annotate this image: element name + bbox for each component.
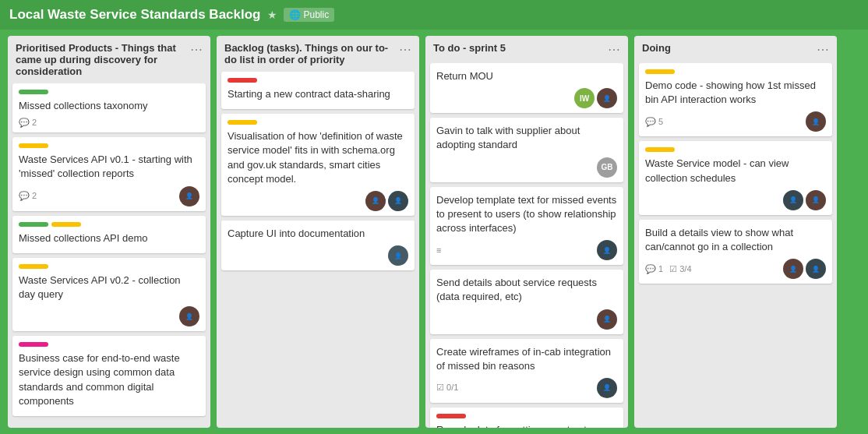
column-menu-icon[interactable]: ⋯ — [608, 42, 620, 57]
card-avatars: GB — [597, 157, 617, 178]
card-send-details[interactable]: Send details about service requests (dat… — [430, 270, 623, 333]
column-menu-icon[interactable]: ⋯ — [399, 42, 411, 57]
card-meta: 💬 2 — [19, 118, 37, 128]
avatar: 👤 — [597, 309, 617, 330]
card-develop-template-text[interactable]: Develop template text for missed events … — [430, 187, 623, 266]
column-cards: Starting a new contract data-sharing Vis… — [217, 72, 419, 428]
visibility-badge[interactable]: 🌐 Public — [284, 8, 335, 22]
card-waste-service-model-schedules[interactable]: Waste Service model - can view collectio… — [639, 141, 832, 214]
star-icon[interactable]: ★ — [267, 9, 277, 21]
card-label-yellow — [19, 143, 48, 148]
comment-count: 💬 1 — [645, 264, 663, 274]
card-avatars: 👤 👤 — [783, 259, 826, 279]
column-todo-sprint5: To do - sprint 5 ⋯ Return MOU IW 👤 Gavin… — [425, 36, 628, 428]
avatar: 👤 — [806, 111, 826, 132]
card-meta: 💬 5 — [645, 117, 663, 127]
card-label-yellow — [51, 222, 81, 227]
card-meta: 💬 1 ☑ 3/4 — [645, 264, 692, 274]
card-missed-collections-taxonomy[interactable]: Missed collections taxonomy 💬 2 — [12, 83, 206, 132]
card-footer: IW 👤 — [436, 88, 617, 108]
column-header: To do - sprint 5 ⋯ — [425, 36, 628, 63]
card-waste-services-api-v02[interactable]: Waste Services API v0.2 - collection day… — [12, 258, 206, 331]
avatar: 👤 — [388, 191, 408, 211]
card-label-red — [436, 414, 466, 418]
card-label-green — [19, 222, 48, 227]
card-footer: 💬 2 👤 — [19, 186, 199, 206]
avatar: 👤 — [597, 88, 617, 108]
card-title: Capture UI into documentation — [228, 227, 408, 241]
column-title: Doing — [642, 42, 817, 54]
card-avatars: 👤 — [806, 111, 826, 132]
card-avatars: 👤 — [179, 186, 199, 206]
card-avatars: 👤 👤 — [365, 191, 408, 211]
card-label-red — [228, 78, 257, 83]
column-doing: Doing ⋯ Demo code - showing how 1st miss… — [634, 36, 837, 428]
card-avatars: 👤 — [597, 378, 617, 398]
comment-count: 💬 5 — [645, 117, 663, 127]
column-prioritised-products: Prioritised Products - Things that came … — [8, 36, 210, 428]
card-demo-code[interactable]: Demo code - showing how 1st missed bin A… — [639, 63, 832, 136]
card-footer: 👤 — [228, 245, 408, 266]
avatar: 👤 — [597, 378, 617, 398]
card-avatars: 👤 — [388, 245, 408, 266]
column-menu-icon[interactable]: ⋯ — [817, 42, 829, 57]
card-title: Missed collections API demo — [19, 231, 199, 245]
card-title: Business case for end-to-end waste servi… — [19, 351, 199, 408]
card-footer: ☑ 0/1 👤 — [436, 378, 617, 398]
card-title: Starting a new contract data-sharing — [228, 87, 408, 101]
avatar: 👤 — [179, 186, 199, 206]
card-visualisation[interactable]: Visualisation of how 'definition of wast… — [221, 114, 415, 216]
avatar-iw: IW — [574, 88, 595, 108]
card-gavin-supplier[interactable]: Gavin to talk with supplier about adopti… — [430, 118, 623, 182]
card-avatars: IW 👤 — [574, 88, 617, 108]
card-footer: ≡ 👤 — [436, 240, 617, 260]
avatar: 👤 — [365, 191, 386, 211]
card-avatars: 👤 👤 — [783, 190, 826, 210]
card-new-contract[interactable]: Starting a new contract data-sharing — [221, 72, 415, 109]
avatar: 👤 — [783, 190, 803, 210]
card-footer: GB — [436, 157, 617, 178]
card-waste-services-api-v01[interactable]: Waste Services API v0.1 - starting with … — [12, 137, 206, 210]
column-header: Backlog (tasks). Things on our to-do lis… — [217, 36, 419, 72]
avatar: 👤 — [179, 306, 199, 326]
card-title: Return MOU — [436, 69, 617, 83]
card-capture-ui[interactable]: Capture UI into documentation 👤 — [221, 221, 415, 270]
card-title: Create wireframes of in-cab integration … — [436, 345, 617, 373]
card-label-yellow — [645, 147, 675, 152]
card-build-details-view[interactable]: Build a details view to show what can/ca… — [639, 220, 832, 284]
checklist-count: ☑ 3/4 — [669, 264, 691, 274]
column-title: Prioritised Products - Things that came … — [16, 42, 190, 77]
card-avatars: 👤 — [597, 309, 617, 330]
card-return-mou[interactable]: Return MOU IW 👤 — [430, 63, 623, 113]
card-meta: 💬 2 — [19, 191, 37, 201]
card-footer: 💬 1 ☑ 3/4 👤 👤 — [645, 259, 826, 279]
card-footer: 👤 👤 — [645, 190, 826, 210]
card-avatars: 👤 — [179, 306, 199, 326]
card-title: Build a details view to show what can/ca… — [645, 226, 826, 254]
card-title: Waste Services API v0.2 - collection day… — [19, 273, 199, 302]
column-menu-icon[interactable]: ⋯ — [190, 42, 203, 57]
avatar-gb: GB — [597, 157, 617, 178]
avatar: 👤 — [806, 190, 826, 210]
card-footer: 👤 — [19, 306, 199, 326]
card-business-case[interactable]: Business case for end-to-end waste servi… — [12, 336, 206, 416]
card-title: Waste Service model - can view collectio… — [645, 157, 826, 185]
column-cards: Demo code - showing how 1st missed bin A… — [634, 63, 837, 428]
card-title: Missed collections taxonomy — [19, 99, 199, 113]
card-missed-collections-api-demo[interactable]: Missed collections API demo — [12, 216, 206, 253]
avatar: 👤 — [597, 240, 617, 260]
card-rounds-data-formatting[interactable]: Rounds data formatting - contract clause — [430, 408, 623, 428]
board-title: Local Waste Service Standards Backlog — [9, 7, 261, 23]
card-wireframes-cab[interactable]: Create wireframes of in-cab integration … — [430, 339, 623, 403]
card-labels — [19, 222, 199, 227]
card-title: Waste Services API v0.1 - starting with … — [19, 153, 199, 181]
card-title: Visualisation of how 'definition of wast… — [228, 129, 408, 186]
card-footer: 👤 — [436, 309, 617, 330]
card-label-yellow — [19, 264, 48, 269]
card-footer: 👤 👤 — [228, 191, 408, 211]
menu-icon: ≡ — [436, 245, 441, 255]
card-footer: 💬 2 — [19, 118, 199, 128]
card-label-green — [19, 90, 48, 94]
card-label-yellow — [645, 69, 675, 74]
column-cards: Return MOU IW 👤 Gavin to talk with suppl… — [425, 63, 628, 428]
